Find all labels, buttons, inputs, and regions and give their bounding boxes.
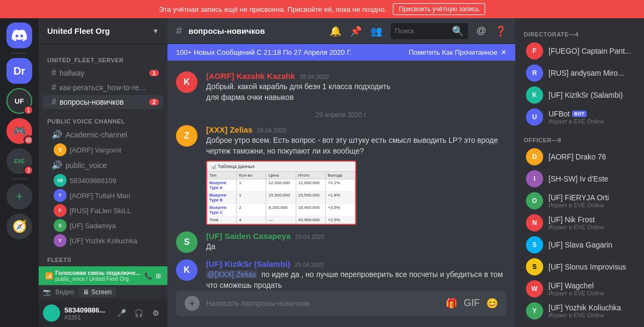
voice-connect-text: Голосовая связь подключе... (55, 270, 141, 276)
member-name-slonus: [UF] Slonus Improvisus (548, 263, 635, 271)
voice-user-3[interactable]: F [RUS] FaLlen SkiLL (39, 203, 167, 218)
member-andysam[interactable]: R [RUS] andysam Miro... (519, 62, 640, 84)
help-icon[interactable]: ❓ (495, 25, 507, 37)
screen-label: Screen (91, 288, 112, 296)
claim-button[interactable]: Присвоить учётную запись (393, 3, 485, 15)
member-wagchel[interactable]: W [UF] Wagchel Играет в EVE Online (519, 278, 640, 300)
msg-time-2: 29.04.2020 (257, 127, 287, 134)
member-yozhik[interactable]: Y [UF] Yozhik Koliuchka Играет в EVE Onl… (519, 300, 640, 322)
member-category-registered: REGISTERED—97 (515, 322, 644, 327)
voice-channel-academic[interactable]: 🔊 Academic-channel (43, 127, 163, 142)
member-slonus[interactable]: S [UF] Slonus Improvisus (519, 256, 640, 278)
channel-header-name: вопросы-новичков (188, 26, 265, 35)
member-info-fieryja: [UF] FiERYJA Orti Играет в EVE Online (548, 193, 635, 208)
member-info-slonus: [UF] Slonus Improvisus (548, 263, 635, 271)
search-icon: 🔍 (452, 25, 464, 37)
server-name-bar[interactable]: United Fleet Org ▼ (39, 18, 167, 44)
voice-user-5[interactable]: Y [UF] Yozhik Koliuchka (39, 233, 167, 248)
gift-icon[interactable]: 🎁 (445, 297, 457, 309)
right-sidebar: DIRECTORATE—4 F [FUEGO] Captain Pant... … (515, 18, 644, 327)
server-badge-3: 48 (24, 135, 33, 145)
member-avatar-ivdeste: I (526, 170, 543, 187)
screen-bar: 📷 Видео 🖥 Screen (39, 285, 167, 299)
voice-user-1[interactable]: 58 583409886109 (39, 173, 167, 188)
mark-read-button[interactable]: Пометить Как Прочитанное ✕ (409, 48, 507, 56)
voice-channel-name-public: public_voice (65, 161, 159, 170)
member-info-andysam: [RUS] andysam Miro... (548, 69, 635, 77)
member-info-nikfrost: [UF] Nik Frost Играет в EVE Online (548, 215, 635, 230)
mute-button[interactable]: 🎤 (114, 306, 129, 321)
voice-icon: 🔊 (52, 129, 62, 140)
member-ufbot[interactable]: U UFBot BOT Играет в EVE Online (519, 106, 640, 128)
search-bar: 🔍 (391, 23, 468, 39)
members-icon[interactable]: 👥 (370, 25, 382, 37)
member-info-ivdeste: [SH-SW] Iv d'Este (548, 175, 635, 183)
message-input[interactable] (206, 299, 439, 308)
discord-home-icon[interactable] (6, 23, 32, 48)
add-server-button[interactable]: + (6, 184, 32, 209)
text-channel-icon-2: # (52, 83, 56, 92)
voice-channel-public[interactable]: 🔊 public_voice (43, 158, 163, 172)
voice-user-vargorot[interactable]: V [AORF] Vargorot (39, 142, 167, 157)
username: 583409886... (64, 306, 109, 314)
screen-share-button[interactable]: 🖥 Screen (78, 287, 116, 297)
channel-item-hallway[interactable]: # hallway 1 (43, 66, 163, 80)
voice-user-4[interactable]: S [UF] Sadamiya (39, 218, 167, 233)
member-drako[interactable]: D [AORF] Drako 76 (519, 146, 640, 168)
member-avatar-nikfrost: N (526, 214, 543, 231)
channel-item-how-to[interactable]: # как-регаться_how-to-re... (43, 81, 163, 95)
message-group-msg4: K [UF] KizIkSr (Salambi) 29.04.2020 @[XX… (167, 257, 515, 290)
member-avatar-fieryja: O (526, 192, 543, 209)
expand-icon[interactable]: ⊞ (156, 272, 161, 280)
deafen-button[interactable]: 🎧 (131, 306, 146, 321)
channel-badge-hallway: 1 (149, 70, 159, 76)
settings-button[interactable]: ⚙ (148, 306, 163, 321)
attach-button[interactable]: + (185, 296, 200, 311)
member-avatar-ufbot: U (526, 108, 543, 126)
camera-icon: 📷 (43, 288, 51, 296)
member-ivdeste[interactable]: I [SH-SW] Iv d'Este (519, 168, 640, 190)
notification-bell-icon[interactable]: 🔔 (330, 25, 341, 37)
messages-area: K [AORF] Kazahk Kazahk 28.04.2020 Добрый… (167, 61, 515, 290)
member-avatar-yozhik: Y (526, 302, 543, 319)
search-input[interactable] (395, 27, 449, 35)
member-fuego[interactable]: F [FUEGO] Captain Pant... (519, 40, 640, 62)
member-fieryja[interactable]: O [UF] FiERYJA Orti Играет в EVE Online (519, 190, 640, 212)
member-avatar-kizizksr: K (526, 86, 543, 104)
member-info-kizizksr: [UF] KizIkSr (Salambi) (548, 91, 635, 99)
member-avatar-wagchel: W (526, 280, 543, 297)
member-nikfrost[interactable]: N [UF] Nik Frost Играет в EVE Online (519, 212, 640, 234)
gif-icon[interactable]: GIF (464, 297, 480, 309)
voice-avatar-3: F (54, 204, 67, 217)
member-status-nikfrost: Играет в EVE Online (548, 224, 635, 230)
date-divider-april29: 29 апреля 2020 г. (167, 107, 515, 123)
server-badge-4: 3 (24, 165, 33, 175)
member-info-drako: [AORF] Drako 76 (548, 152, 635, 161)
voice-connect-bar[interactable]: 📶 Голосовая связь подключе... public_voi… (39, 266, 167, 285)
disconnect-icon[interactable]: 📞 (144, 272, 152, 280)
spreadsheet-row-4: Total 4 — 43,900,000 +2.5% (207, 216, 355, 224)
voice-username-5: [UF] Yozhik Koliuchka (70, 237, 137, 245)
emoji-icon[interactable]: 😊 (486, 297, 498, 309)
server-icon-1[interactable]: Dr (6, 58, 32, 84)
member-info-slavagagarin: [UF] Slava Gagarin (548, 241, 635, 249)
message-group-msg2: Z [XXX] Zelias 29.04.2020 Доброе утро вс… (167, 123, 515, 227)
mention-icon[interactable]: @ (477, 25, 486, 37)
member-slavagagarin[interactable]: S [UF] Slava Gagarin (519, 234, 640, 256)
member-name-wagchel: [UF] Wagchel (548, 281, 635, 290)
channel-item-questions[interactable]: # вопросы-новичков 2 (43, 95, 163, 109)
claim-banner: Эта учётная запись ещё не присвоена. При… (0, 0, 644, 18)
voice-username-3: [RUS] FaLlen SkiLL (70, 207, 131, 215)
text-channel-icon: # (52, 68, 56, 78)
explore-servers-button[interactable]: 🧭 (6, 214, 32, 239)
server-icon-4-wrap: EVE 3 (6, 148, 32, 174)
spreadsheet-header: Тип Кол-во Цена Итого Выгода (207, 172, 355, 179)
pin-icon[interactable]: 📌 (350, 25, 362, 37)
member-name-yozhik: [UF] Yozhik Koliuchka (548, 303, 635, 312)
voice-user-2[interactable]: T [AORF] TullаН Man (39, 188, 167, 203)
member-kizizksr[interactable]: K [UF] KizIkSr (Salambi) (519, 84, 640, 106)
sh-col3: Цена (266, 172, 296, 179)
user-bar: 583409886... #3351 🎤 🎧 ⚙ (39, 299, 167, 327)
member-status-fieryja: Играет в EVE Online (548, 202, 635, 208)
text-channel-icon-3: # (52, 97, 56, 107)
